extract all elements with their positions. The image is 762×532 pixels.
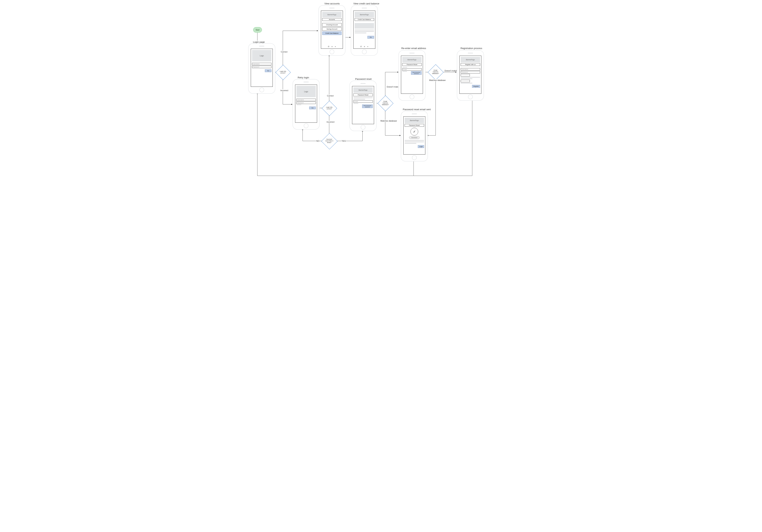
- decision-3-attempts: Incorrect more than 3 times?: [324, 135, 335, 147]
- email-field[interactable]: Email: [402, 68, 422, 71]
- edge-label-correct2: Correct: [327, 95, 334, 97]
- phone-icon[interactable]: ✆: [360, 45, 362, 48]
- phone-login: Logo Username Password Go: [248, 43, 275, 94]
- decision-email-match-1: Email matches database?: [380, 98, 391, 108]
- username-field[interactable]: Username: [296, 99, 316, 101]
- pwreset-title: Password Reset: [353, 94, 373, 96]
- password-field[interactable]: Password: [252, 66, 271, 68]
- edge-label-no: NO: [316, 140, 320, 142]
- item-credit-card[interactable]: Credit Card Balance: [322, 32, 342, 35]
- check-icon: ✓: [411, 128, 418, 135]
- title-login: Login page: [253, 41, 265, 43]
- phone-register: Banner/logo Register with us Username Pa…: [457, 50, 484, 101]
- send-temp-password-button[interactable]: Send temporary password: [362, 104, 373, 108]
- decision-email-match-2: Email matches database?: [430, 67, 441, 77]
- edge-label-matches1: Matches database: [380, 120, 397, 122]
- accounts-title: Accounts: [322, 18, 342, 21]
- title-retry: Retry login: [297, 76, 309, 79]
- decision-login-correct-1: Login info correct?: [278, 67, 288, 77]
- register-title: Register with us: [461, 63, 480, 66]
- item-checking[interactable]: Checking Account: [322, 23, 342, 27]
- phone-accounts: Banner/logo Accounts Checking Account Sa…: [318, 5, 345, 56]
- location-icon[interactable]: ⌖: [335, 45, 336, 48]
- go-button[interactable]: Go: [265, 69, 271, 72]
- location-icon[interactable]: ⌖: [367, 45, 368, 48]
- title-pwsent: Password reset email sent: [403, 108, 431, 111]
- title-register: Registration process: [460, 47, 483, 50]
- banner: Banner/logo: [355, 12, 374, 17]
- title-accounts: View accounts: [324, 2, 340, 5]
- username-field[interactable]: Username: [252, 63, 271, 65]
- password-field[interactable]: Password: [296, 101, 316, 104]
- phone-pwreset: Banner/logo Password Reset Email Send te…: [349, 81, 377, 131]
- edge-label-incorrect1: Incorrect: [280, 89, 288, 92]
- edge-label-correct1: Correct: [281, 51, 288, 53]
- menu-icon[interactable]: ≡: [364, 45, 365, 48]
- item-savings[interactable]: Savings Account: [322, 27, 342, 31]
- phone-reenter: Banner/logo Password Reset Email Send te…: [398, 50, 425, 101]
- ccbal-title: Credit Card Balance: [355, 18, 374, 21]
- title-pwreset: Password reset: [355, 78, 372, 80]
- go-button[interactable]: Go: [367, 36, 374, 38]
- phone-icon[interactable]: ✆: [328, 45, 329, 48]
- menu-icon[interactable]: ≡: [332, 45, 333, 48]
- logo: Logo: [296, 86, 316, 97]
- password-field[interactable]: Password: [461, 71, 480, 73]
- banner: Banner/logo: [353, 87, 373, 93]
- extra-field-2[interactable]: [461, 80, 470, 82]
- edge-label-incorrect2: Incorrect: [327, 121, 335, 123]
- phone-retry: Logo Username Password Go: [292, 79, 320, 130]
- register-button[interactable]: Register: [472, 85, 480, 88]
- phone-pwsent: Banner/logo Password Reset ✓ Success! Lo…: [401, 111, 428, 162]
- success-label: Success!: [409, 136, 419, 139]
- reenter-title: Password Reset: [402, 63, 422, 66]
- banner: Banner/logo: [461, 57, 480, 62]
- title-ccbal: View credit card balance: [353, 2, 379, 5]
- send-temp-password-button[interactable]: Send temporary password: [411, 71, 422, 75]
- start-node: Start: [253, 27, 262, 33]
- banner: Banner/logo: [405, 118, 424, 123]
- email-field[interactable]: Email: [353, 100, 373, 103]
- extra-field-1[interactable]: [461, 74, 470, 76]
- banner: Banner/logo: [322, 12, 342, 17]
- go-button[interactable]: Go: [309, 106, 316, 109]
- title-reenter: Re-enter email address: [401, 47, 426, 50]
- pwsent-title: Password Reset: [405, 124, 424, 127]
- username-field[interactable]: Username: [461, 68, 480, 71]
- login-button[interactable]: Login: [418, 145, 424, 148]
- phone-ccbal: Banner/logo Credit Card Balance Go ✆ ≡ ⌖: [351, 5, 378, 56]
- edge-label-matches2: Matches database: [429, 79, 446, 81]
- start-label: Start: [256, 29, 260, 31]
- banner: Banner/logo: [402, 57, 422, 62]
- flow-diagram: { "start": { "label": "Start" }, "titles…: [242, 0, 520, 194]
- logo: Logo: [252, 50, 271, 61]
- edge-label-yes: YES: [342, 140, 346, 142]
- decision-login-correct-2: Login info correct?: [324, 103, 335, 113]
